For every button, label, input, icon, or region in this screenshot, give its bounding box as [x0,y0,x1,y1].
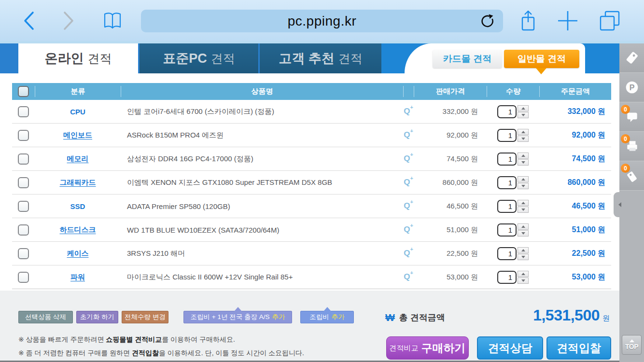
forward-button[interactable] [58,0,79,41]
share-icon [520,10,536,32]
category-link[interactable]: 메모리 [67,154,89,164]
table-row: 메인보드 ASRock B150M PRO4 에즈윈 Q+ 92,000 원 9… [12,124,611,147]
quantity-up-button[interactable] [518,176,529,182]
zoom-product-button[interactable]: Q+ [403,225,414,235]
rail-tag-button[interactable] [619,43,644,73]
url-bar[interactable]: pc.pping.kr [141,10,503,32]
compare-purchase-button[interactable]: 견적비교 구매하기 [386,336,469,360]
row-checkbox[interactable] [18,153,29,165]
rail-collapse-handle[interactable] [614,192,626,217]
quantity-down-button[interactable] [518,254,529,260]
category-link[interactable]: 파워 [70,273,85,282]
row-checkbox[interactable] [18,177,29,188]
row-checkbox[interactable] [18,224,29,236]
select-all-checkbox[interactable] [18,86,29,97]
quantity-input[interactable] [497,271,517,284]
zoom-product-button[interactable]: Q+ [403,272,414,282]
tabs-button[interactable] [596,0,624,41]
quantity-up-button[interactable] [518,129,529,135]
button-label: 조립비 [309,313,329,321]
quantity-up-button[interactable] [518,271,529,277]
quote-tab-bar: 온라인 견적 표준PC 견적 고객 추천 견적 카드몰 견적 일반몰 견적 [0,43,619,73]
category-link[interactable]: 그래픽카드 [60,178,96,187]
quantity-input[interactable] [497,247,517,260]
bookmarks-button[interactable] [99,0,126,41]
up-arrow-icon [521,249,525,251]
quantity-down-button[interactable] [518,159,529,166]
quantity-down-button[interactable] [518,112,529,118]
down-arrow-icon [521,114,525,116]
quantity-down-button[interactable] [518,230,529,237]
chat-badge: 0 [621,105,630,114]
row-checkbox[interactable] [18,248,29,259]
zoom-product-button[interactable]: Q+ [403,201,414,211]
rail-point-button[interactable]: P [619,73,644,102]
tab-standard-pc-quote[interactable]: 표준PC 견적 [140,43,258,73]
zoom-product-button[interactable]: Q+ [403,107,414,116]
sale-price: 46,500 원 [414,202,487,211]
sale-price: 53,000 원 [414,273,487,282]
mall-switch-panel: 카드몰 견적 일반몰 견적 [405,43,585,75]
tab-label-strong: 표준PC [163,50,207,67]
general-mall-quote-button[interactable]: 일반몰 견적 [504,50,579,68]
quantity-input[interactable] [497,223,517,237]
quantity-up-button[interactable] [518,105,529,111]
back-button[interactable] [18,0,40,41]
row-checkbox[interactable] [18,106,29,117]
add-assembly-button[interactable]: 조립비 추가 [300,311,354,323]
category-link[interactable]: CPU [70,108,85,116]
zoom-product-button[interactable]: Q+ [403,178,414,187]
row-checkbox[interactable] [18,201,29,212]
zoom-product-button[interactable]: Q+ [403,249,414,258]
sale-price: 74,500 원 [414,154,487,164]
header-amount: 주문금액 [539,86,611,97]
quantity-down-button[interactable] [518,278,529,284]
rail-chat-button[interactable]: 0 [619,102,644,132]
category-link[interactable]: 케이스 [67,249,89,258]
table-row: 파워 마이크로닉스 Classic II 600W +12V Single Ra… [12,265,611,289]
quantity-input[interactable] [497,176,517,189]
reset-button[interactable]: 초기화 하기 [76,311,118,323]
quantity-up-button[interactable] [518,247,529,253]
card-mall-quote-button[interactable]: 카드몰 견적 [433,50,502,68]
category-link[interactable]: 하드디스크 [60,225,96,235]
screen: pc.pping.kr [0,0,644,362]
reload-button[interactable] [480,14,495,29]
category-link[interactable]: SSD [70,202,85,210]
quantity-input[interactable] [497,200,517,213]
note-compare: ※ 상품을 빠르게 주문하려면 쇼핑몰별 견적비교를 이용하여 구매하세요. [18,335,235,344]
tab-customer-recommend-quote[interactable]: 고객 추천 견적 [260,43,381,73]
header-product-name: 상품명 [121,86,403,97]
change-all-qty-button[interactable]: 전체수량 변경 [122,311,168,323]
quote-bid-button[interactable]: 견적입찰 [546,336,611,360]
total-label: 총 견적금액 [399,312,445,323]
product-name: 3RSYS J210 해머 [121,249,403,258]
quantity-up-button[interactable] [518,200,529,206]
share-button[interactable] [516,0,541,41]
row-checkbox[interactable] [18,130,29,141]
row-checkbox[interactable] [18,272,29,283]
zoom-product-button[interactable]: Q+ [403,130,414,140]
rail-coupon-button[interactable]: 0 [619,161,644,191]
quantity-down-button[interactable] [518,183,529,189]
quantity-up-button[interactable] [518,223,529,230]
scroll-to-top-button[interactable]: TOP [622,335,642,355]
new-tab-button[interactable] [554,0,581,41]
add-assembly-as-button[interactable]: 조립비 + 1년 전국 출장 A/S 추가 [183,311,292,323]
quantity-down-button[interactable] [518,207,529,213]
delete-selected-button[interactable]: 선택상품 삭제 [18,311,73,323]
quantity-down-button[interactable] [518,136,529,142]
tab-online-quote[interactable]: 온라인 견적 [18,43,138,73]
quantity-up-button[interactable] [518,153,529,159]
notch-pointer [323,307,331,311]
quantity-input[interactable] [497,105,517,118]
quantity-input[interactable] [497,129,517,142]
total-amount: 1,531,500 [533,306,600,324]
rail-print-button[interactable]: 0 [619,132,644,161]
down-arrow-icon [521,209,525,211]
category-link[interactable]: 메인보드 [63,131,92,140]
zoom-product-button[interactable]: Q+ [403,154,414,164]
quote-consult-button[interactable]: 견적상담 [477,336,543,360]
table-header: 분류 상품명 판매가격 수량 주문금액 [12,83,611,100]
quantity-input[interactable] [497,153,517,166]
